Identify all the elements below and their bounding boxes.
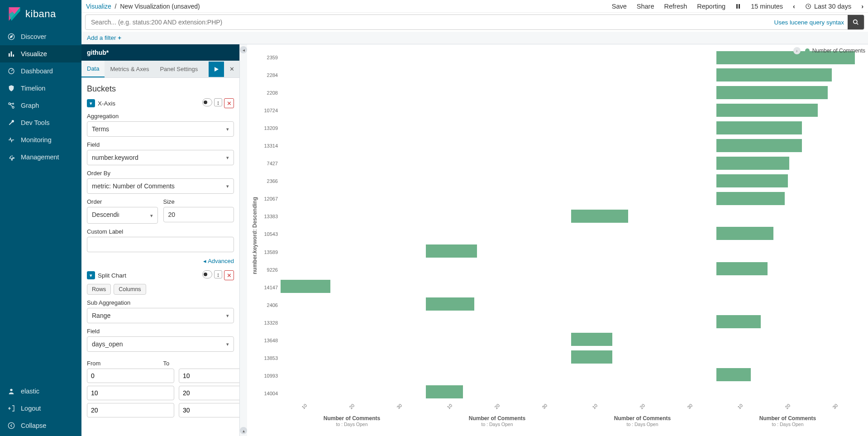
bar[interactable] — [426, 244, 477, 258]
interval-label[interactable]: 15 minutes — [751, 3, 783, 10]
expand-panel-button[interactable]: ▴ — [240, 427, 247, 434]
bar[interactable] — [426, 297, 474, 311]
bar[interactable] — [571, 350, 612, 364]
y-tick: 13589 — [261, 244, 278, 261]
bar[interactable] — [281, 280, 330, 293]
pause-icon[interactable] — [735, 4, 741, 9]
nav-management[interactable]: Management — [0, 149, 81, 166]
bar-row — [426, 49, 568, 66]
x-ticks: 102030 — [426, 404, 568, 409]
nav-dashboard[interactable]: Dashboard — [0, 62, 81, 80]
bar[interactable] — [716, 157, 789, 170]
bar[interactable] — [716, 174, 788, 187]
save-button[interactable]: Save — [612, 3, 627, 10]
size-label: Size — [163, 198, 234, 205]
search-button[interactable] — [848, 15, 864, 29]
nav-monitoring[interactable]: Monitoring — [0, 131, 81, 149]
bar[interactable] — [716, 262, 768, 275]
bar-row — [281, 102, 423, 119]
bar-row — [281, 84, 423, 101]
time-range[interactable]: Last 30 days — [805, 3, 851, 10]
lucene-syntax-link[interactable]: Uses lucene query syntax — [774, 19, 844, 26]
bucket-enable-toggle[interactable] — [202, 98, 212, 106]
nav-graph[interactable]: Graph — [0, 97, 81, 114]
nav-timelion[interactable]: Timelion — [0, 80, 81, 97]
discard-changes-button[interactable]: ✕ — [224, 62, 239, 77]
search-input[interactable] — [86, 19, 774, 26]
nav-devtools[interactable]: Dev Tools — [0, 114, 81, 131]
y-tick: 13648 — [261, 332, 278, 349]
next-range-icon[interactable]: › — [861, 3, 863, 10]
split-delete-button[interactable]: ✕ — [224, 270, 234, 280]
bar[interactable] — [716, 104, 818, 117]
order-select[interactable]: Descending — [87, 207, 158, 224]
collapse-toggle[interactable]: ▾ — [87, 99, 95, 107]
bar[interactable] — [571, 210, 628, 223]
prev-range-icon[interactable]: ‹ — [793, 3, 795, 10]
tab-data[interactable]: Data — [81, 61, 105, 77]
apply-changes-button[interactable] — [209, 62, 224, 77]
xaxis-bucket-header: ▾ X-Axis ↕ ✕ — [87, 98, 234, 108]
split-field-select[interactable]: days_open — [87, 336, 234, 352]
refresh-button[interactable]: Refresh — [664, 3, 687, 10]
split-enable-toggle[interactable] — [202, 270, 212, 278]
bar[interactable] — [716, 139, 802, 152]
tab-metrics-axes[interactable]: Metrics & Axes — [105, 61, 154, 77]
play-icon — [214, 67, 219, 72]
filter-bar: Add a filter + — [81, 32, 868, 44]
y-tick: 12067 — [261, 190, 278, 207]
svg-rect-12 — [739, 4, 740, 9]
nav-user[interactable]: elastic — [0, 383, 81, 400]
nav-logout[interactable]: Logout — [0, 400, 81, 417]
bucket-delete-button[interactable]: ✕ — [224, 98, 234, 108]
breadcrumb-root[interactable]: Visualize — [86, 3, 111, 10]
bar-row — [716, 102, 859, 119]
split-collapse-toggle[interactable]: ▾ — [87, 271, 95, 279]
main-nav: Discover Visualize Dashboard Timelion Gr… — [0, 28, 81, 383]
reporting-button[interactable]: Reporting — [697, 3, 725, 10]
bar-row — [716, 366, 859, 383]
bar[interactable] — [571, 333, 612, 346]
add-filter-link[interactable]: Add a filter + — [87, 34, 121, 41]
bar[interactable] — [716, 368, 751, 381]
bar[interactable] — [716, 86, 828, 99]
field-select[interactable]: number.keyword — [87, 150, 234, 165]
aggregation-select[interactable]: Terms — [87, 121, 234, 137]
orderby-label: Order By — [87, 170, 234, 177]
nav-visualize[interactable]: Visualize — [0, 45, 81, 62]
range-from-input[interactable] — [87, 386, 174, 400]
legend-toggle[interactable]: › — [793, 47, 801, 54]
range-from-input[interactable] — [87, 369, 174, 383]
bar[interactable] — [426, 385, 463, 398]
share-button[interactable]: Share — [637, 3, 654, 10]
range-from-input[interactable] — [87, 403, 174, 417]
bucket-priority-button[interactable]: ↕ — [214, 98, 222, 106]
split-priority-button[interactable]: ↕ — [214, 270, 222, 278]
bar[interactable] — [716, 121, 802, 134]
collapse-panel-button[interactable]: ◂ — [240, 46, 247, 53]
nav-discover[interactable]: Discover — [0, 28, 81, 45]
chart-panel: 102030Number of Commentsto : Days Open — [281, 49, 423, 402]
range-to-input[interactable] — [179, 403, 239, 417]
split-rows-button[interactable]: Rows — [87, 284, 111, 295]
app-logo[interactable]: kibana — [0, 0, 81, 28]
bar[interactable] — [716, 68, 832, 81]
bar[interactable] — [716, 227, 773, 240]
bar[interactable] — [716, 315, 761, 328]
bar-row — [571, 49, 714, 66]
nav-collapse[interactable]: Collapse — [0, 417, 81, 434]
tab-panel-settings[interactable]: Panel Settings — [154, 61, 203, 77]
range-to-input[interactable] — [179, 369, 239, 383]
subagg-select[interactable]: Range — [87, 308, 234, 323]
y-tick: 10724 — [261, 102, 278, 119]
orderby-select[interactable]: metric: Number of Comments — [87, 178, 234, 194]
custom-label-input[interactable] — [87, 237, 234, 252]
split-columns-button[interactable]: Columns — [114, 284, 146, 295]
advanced-toggle[interactable]: ◂ Advanced — [203, 258, 234, 264]
range-to-input[interactable] — [179, 386, 239, 400]
size-input[interactable] — [163, 207, 234, 222]
bar[interactable] — [716, 192, 785, 205]
sidebar: kibana Discover Visualize Dashboard Time… — [0, 0, 81, 436]
bar-chart-icon — [7, 50, 15, 58]
bottom-nav: elastic Logout Collapse — [0, 383, 81, 436]
